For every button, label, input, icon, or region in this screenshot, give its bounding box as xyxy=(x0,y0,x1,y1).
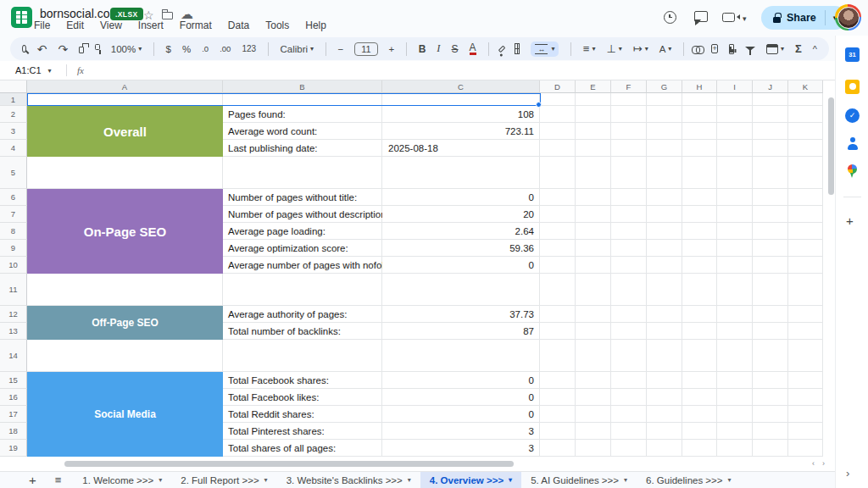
scroll-left-icon[interactable]: ‹ xyxy=(812,459,815,468)
tab-caret-icon[interactable]: ▾ xyxy=(728,476,732,484)
cell-value[interactable]: 3 xyxy=(382,440,540,457)
row-header-17[interactable]: 17 xyxy=(0,406,27,423)
cell-label[interactable]: Average page loading: xyxy=(223,223,382,240)
scroll-right-icon[interactable]: › xyxy=(822,459,825,468)
col-header-G[interactable]: G xyxy=(647,80,682,93)
strikethrough-button[interactable]: S xyxy=(452,43,459,55)
calendar-icon[interactable]: 31 xyxy=(845,47,860,62)
cell-label[interactable]: Average number of pages with nofollow: xyxy=(223,257,382,274)
search-icon[interactable] xyxy=(22,45,26,53)
row-header-19[interactable]: 19 xyxy=(0,440,27,457)
selection-fill-handle[interactable] xyxy=(536,102,542,108)
col-header-D[interactable]: D xyxy=(540,80,576,93)
cell-label[interactable]: Total shares of all pages: xyxy=(223,440,382,457)
row-header-5[interactable]: 5 xyxy=(0,157,27,189)
italic-button[interactable]: I xyxy=(437,42,440,55)
sheet-grid[interactable]: Overall On-Page SEO Off-Page SEO Social … xyxy=(27,93,823,457)
hide-toolbar-button[interactable]: ^ xyxy=(813,44,817,54)
row-header-10[interactable]: 10 xyxy=(0,257,27,274)
cell-value[interactable]: 37.73 xyxy=(382,306,540,323)
cell-value[interactable]: 20 xyxy=(382,206,540,223)
menu-tools[interactable]: Tools xyxy=(265,19,289,31)
text-color-button[interactable]: A xyxy=(470,43,476,55)
cell-value[interactable]: 3 xyxy=(382,423,540,440)
row-header-2[interactable]: 2 xyxy=(0,106,27,123)
menu-view[interactable]: View xyxy=(100,19,122,31)
cell-label[interactable]: Average authority of pages: xyxy=(223,306,382,323)
zoom-select[interactable]: 100%▾ xyxy=(111,44,142,54)
row-header-1[interactable]: 1 xyxy=(0,93,27,106)
tab-caret-icon[interactable]: ▾ xyxy=(624,476,627,484)
menu-format[interactable]: Format xyxy=(180,19,212,31)
insert-chart-icon[interactable] xyxy=(729,44,734,54)
vertical-scrollbar[interactable] xyxy=(828,97,834,195)
col-header-H[interactable]: H xyxy=(682,80,717,93)
document-title[interactable]: bornsocial.com xyxy=(40,7,120,20)
menu-data[interactable]: Data xyxy=(228,19,249,31)
row-header-15[interactable]: 15 xyxy=(0,372,27,389)
paint-format-icon[interactable] xyxy=(95,44,99,50)
cell-value[interactable]: 0 xyxy=(382,257,540,274)
font-size-input[interactable]: 11 xyxy=(354,42,377,56)
keep-icon[interactable] xyxy=(845,80,860,94)
menu-insert[interactable]: Insert xyxy=(138,19,164,31)
cell-value[interactable]: 0 xyxy=(382,189,540,206)
row-header-8[interactable]: 8 xyxy=(0,223,27,240)
comments-icon[interactable] xyxy=(694,11,708,22)
cell-label[interactable]: Total Reddit shares: xyxy=(223,406,382,423)
col-header-F[interactable]: F xyxy=(611,80,647,93)
cell-value[interactable]: 0 xyxy=(382,389,540,406)
sheets-logo-icon[interactable] xyxy=(11,7,32,28)
undo-icon[interactable]: ↶ xyxy=(37,43,47,55)
functions-button[interactable]: Σ xyxy=(795,42,802,55)
row-header-13[interactable]: 13 xyxy=(0,323,27,340)
format-percent-button[interactable]: % xyxy=(182,44,191,54)
menu-edit[interactable]: Edit xyxy=(66,19,84,31)
menu-file[interactable]: File xyxy=(34,19,50,31)
sheet-tab-ai-guidelines[interactable]: 5. AI Guidelines >>> ▾ xyxy=(521,472,637,488)
horizontal-scrollbar[interactable] xyxy=(64,461,514,467)
cell-label[interactable]: Total Facebook likes: xyxy=(223,389,382,406)
tab-caret-icon[interactable]: ▾ xyxy=(159,476,162,484)
cell-value[interactable]: 2.64 xyxy=(382,223,540,240)
all-sheets-button[interactable]: ≡ xyxy=(55,474,62,486)
tab-caret-icon[interactable]: ▾ xyxy=(264,476,268,484)
vertical-align-button[interactable]: ⊥▾ xyxy=(606,42,621,55)
text-wrap-button[interactable]: ↦▾ xyxy=(633,42,648,55)
row-header-14[interactable]: 14 xyxy=(0,340,27,372)
cell-value[interactable]: 2025-08-18 xyxy=(382,140,540,157)
tasks-icon[interactable]: ✓ xyxy=(845,108,860,123)
increase-decimal-button[interactable]: .00 xyxy=(220,44,231,53)
get-addons-button[interactable]: + xyxy=(846,214,854,228)
increase-font-button[interactable]: + xyxy=(389,44,395,54)
cell-label[interactable]: Total Pinterest shares: xyxy=(223,423,382,440)
insert-link-icon[interactable] xyxy=(696,46,701,53)
col-header-E[interactable]: E xyxy=(576,80,611,93)
meet-caret-icon[interactable]: ▾ xyxy=(743,14,747,23)
menu-help[interactable]: Help xyxy=(305,19,326,31)
more-formats-button[interactable]: 123 xyxy=(242,44,256,53)
borders-icon[interactable] xyxy=(515,43,520,54)
fill-color-icon[interactable] xyxy=(498,45,506,53)
show-side-panel-icon[interactable]: › xyxy=(846,467,849,480)
print-icon[interactable] xyxy=(79,47,84,53)
maps-icon[interactable] xyxy=(845,164,860,179)
redo-icon[interactable]: ↷ xyxy=(58,43,68,55)
row-header-18[interactable]: 18 xyxy=(0,423,27,440)
name-box[interactable]: A1:C1 ▾ xyxy=(0,65,61,75)
cell-label[interactable]: Pages found: xyxy=(223,106,382,123)
cell-label[interactable]: Number of pages without description: xyxy=(223,206,382,223)
filter-icon[interactable] xyxy=(745,47,755,51)
decrease-decimal-button[interactable]: .0 xyxy=(202,44,209,53)
merge-caret-icon[interactable]: ▾ xyxy=(551,45,554,53)
row-header-7[interactable]: 7 xyxy=(0,206,27,223)
cell-value[interactable]: 87 xyxy=(382,323,540,340)
select-all-corner[interactable] xyxy=(0,80,27,93)
col-header-I[interactable]: I xyxy=(717,80,753,93)
sheet-tab-welcome[interactable]: 1. Welcome >>> ▾ xyxy=(73,472,171,488)
row-header-6[interactable]: 6 xyxy=(0,189,27,206)
col-header-J[interactable]: J xyxy=(753,80,788,93)
font-select[interactable]: Calibri▾ xyxy=(280,44,314,54)
text-rotate-button[interactable]: A▾ xyxy=(659,44,672,54)
cell-value[interactable]: 723.11 xyxy=(382,123,540,140)
